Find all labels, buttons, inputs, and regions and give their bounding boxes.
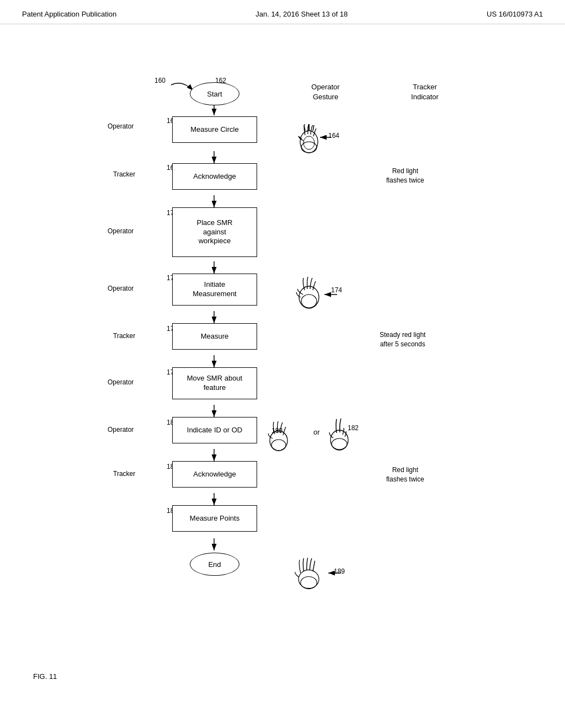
measure-circle-box: Measure Circle: [172, 116, 257, 143]
header-middle: Jan. 14, 2016 Sheet 13 of 18: [255, 10, 348, 18]
place-smr-label: Place SMR against workpiece: [196, 218, 232, 247]
svg-point-20: [301, 295, 317, 308]
initiate-box: Initiate Measurement: [172, 274, 257, 306]
flowchart-arrows: [0, 30, 565, 714]
side-label-operator4: Operator: [108, 378, 134, 386]
measure-circle-label: Measure Circle: [190, 125, 238, 135]
gesture-col-label: Operator Gesture: [311, 83, 339, 101]
indicate-id-od-box: Indicate ID or OD: [172, 417, 257, 443]
start-oval: Start: [190, 82, 239, 105]
initiate-label: Initiate Measurement: [193, 280, 236, 299]
svg-point-19: [299, 286, 319, 308]
acknowledge2-label: Acknowledge: [193, 470, 236, 479]
measure-label: Measure: [201, 332, 229, 341]
red-flash2-text: Red light flashes twice: [386, 465, 424, 484]
side-label-operator3: Operator: [108, 285, 134, 292]
measure-points-box: Measure Points: [172, 505, 257, 532]
acknowledge1-box: Acknowledge: [172, 163, 257, 190]
label-160: 160: [154, 77, 166, 84]
svg-point-16: [303, 136, 315, 149]
fig-label: FIG. 11: [33, 672, 57, 681]
side-label-tracker1: Tracker: [113, 170, 135, 178]
arrow-189: [326, 568, 342, 579]
steady-red-text: Steady red light after 5 seconds: [380, 330, 425, 349]
page: Patent Application Publication Jan. 14, …: [0, 0, 565, 728]
svg-line-14: [313, 125, 314, 131]
end-label: End: [208, 560, 221, 569]
col-header-gesture: Operator Gesture: [292, 82, 359, 102]
gesture-182: [323, 414, 356, 453]
end-oval: End: [190, 553, 239, 576]
side-label-tracker3: Tracker: [113, 470, 135, 478]
svg-point-24: [271, 440, 286, 451]
arrow-164: [317, 132, 334, 143]
side-label-operator5: Operator: [108, 426, 134, 433]
indicate-id-od-label: Indicate ID or OD: [187, 426, 242, 435]
svg-point-26: [332, 438, 347, 449]
move-smr-box: Move SMR about feature: [172, 367, 257, 399]
header-left: Patent Application Publication: [22, 10, 116, 18]
measure-points-label: Measure Points: [190, 514, 239, 523]
acknowledge2-box: Acknowledge: [172, 461, 257, 488]
gesture-189: [292, 554, 326, 592]
side-label-operator2: Operator: [108, 227, 134, 235]
place-smr-box: Place SMR against workpiece: [172, 207, 257, 257]
header-right: US 16/010973 A1: [487, 10, 543, 18]
move-smr-label: Move SMR about feature: [187, 374, 242, 393]
side-label-tracker2: Tracker: [113, 332, 135, 340]
header: Patent Application Publication Jan. 14, …: [0, 0, 565, 24]
measure-box: Measure: [172, 323, 257, 350]
side-label-operator1: Operator: [108, 122, 134, 130]
arrow-174: [322, 289, 338, 300]
gesture-174: [292, 272, 326, 311]
or-text: or: [313, 428, 320, 436]
tracker-col-label: Tracker Indicator: [411, 83, 439, 101]
diagram-area: 160 162 Start Operator Gesture Tracker I…: [0, 30, 565, 714]
acknowledge1-label: Acknowledge: [193, 172, 236, 181]
col-header-tracker: Tracker Indicator: [392, 82, 458, 102]
red-flash1-text: Red light flashes twice: [386, 167, 424, 185]
svg-point-28: [301, 576, 317, 588]
gesture-180: [262, 416, 295, 454]
start-label: Start: [207, 90, 222, 98]
